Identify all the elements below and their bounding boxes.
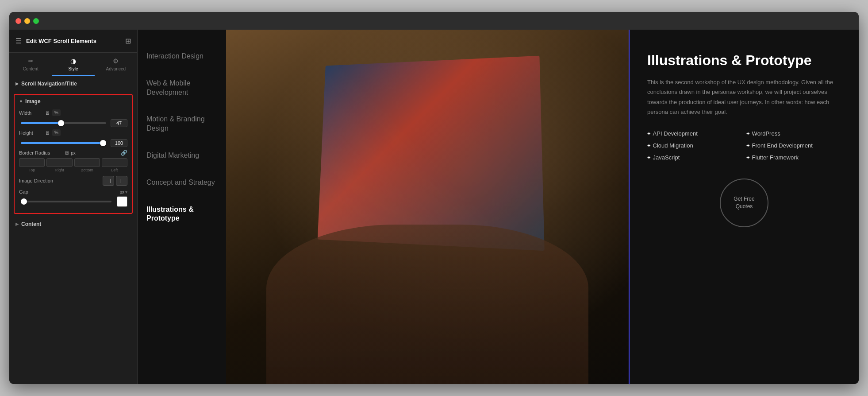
height-label: Height <box>19 130 42 136</box>
get-free-quotes-button[interactable]: Get Free Quotes <box>720 179 768 227</box>
right-panel-description: This is the second workshop of the UX de… <box>647 78 841 116</box>
direction-right-button[interactable]: ⊢ <box>116 176 127 186</box>
tab-style[interactable]: ◑ Style <box>52 53 94 76</box>
width-slider-thumb[interactable] <box>58 120 64 126</box>
br-left-wrap: Left <box>102 158 127 172</box>
nav-item-concept[interactable]: Concept and Strategy <box>146 169 217 196</box>
laptop-photo <box>226 30 629 384</box>
width-label: Width <box>19 110 42 116</box>
features-grid: + API Development + WordPress + Cloud Mi… <box>647 130 841 161</box>
direction-label: Image Direction <box>19 178 103 183</box>
br-inputs: Top Right Bottom <box>19 158 127 172</box>
main-content: Interaction Design Web & Mobile Developm… <box>138 30 859 384</box>
gap-slider-row <box>15 195 132 209</box>
gap-slider-track[interactable] <box>21 201 111 202</box>
feature-api-label: API Development <box>653 130 698 137</box>
br-bottom-input[interactable] <box>74 158 100 167</box>
br-unit: px <box>71 151 76 155</box>
image-section-header[interactable]: ▼ Image <box>15 98 132 108</box>
width-value-input[interactable] <box>111 119 127 127</box>
tab-content-label: Content <box>23 66 38 71</box>
width-slider-track[interactable] <box>21 122 106 124</box>
br-right-input[interactable] <box>46 158 72 167</box>
nav-item-interaction[interactable]: Interaction Design <box>146 43 217 70</box>
feature-plus-js: + <box>647 154 651 161</box>
close-button[interactable] <box>15 18 21 24</box>
width-monitor-icon: 🖥 <box>45 110 50 116</box>
browser-window: ☰ Edit WCF Scroll Elements ⊞ ✏ Content ◑… <box>9 12 859 384</box>
feature-api: + API Development <box>647 130 742 137</box>
gap-row: Gap px ▾ <box>15 187 132 195</box>
feature-plus-wordpress: + <box>746 130 750 137</box>
feature-cloud-label: Cloud Migration <box>653 142 693 149</box>
feature-cloud: + Cloud Migration <box>647 142 742 149</box>
br-top-label: Top <box>29 168 35 172</box>
browser-body: ☰ Edit WCF Scroll Elements ⊞ ✏ Content ◑… <box>9 30 859 384</box>
feature-wordpress-label: WordPress <box>752 130 780 137</box>
image-section: ▼ Image Width 🖥 % <box>14 94 133 214</box>
width-slider-full <box>19 119 127 127</box>
nav-item-webmobile[interactable]: Web & Mobile Development <box>146 70 217 106</box>
br-label-row: Border Radius 🖥 px 🔗 <box>19 150 127 156</box>
br-left-input[interactable] <box>102 158 127 167</box>
right-panel: Illustrations & Prototype This is the se… <box>629 30 859 384</box>
gap-slider-thumb[interactable] <box>21 198 27 205</box>
tab-advanced[interactable]: ⚙ Advanced <box>95 53 137 76</box>
feature-plus-cloud: + <box>647 142 651 149</box>
content-section-header[interactable]: ▶ Content <box>9 217 137 232</box>
advanced-tab-icon: ⚙ <box>113 57 119 65</box>
scroll-nav-section-header[interactable]: ▶ Scroll Navigation/Title <box>9 76 137 91</box>
height-value-input[interactable] <box>111 139 127 147</box>
br-link-icon[interactable]: 🔗 <box>121 150 127 156</box>
direction-buttons: ⊣ ⊢ <box>103 176 127 186</box>
cta-line1: Get Free <box>734 195 754 203</box>
height-slider-row <box>15 137 132 148</box>
tab-advanced-label: Advanced <box>106 66 126 71</box>
gap-unit: px <box>119 190 124 194</box>
width-unit-badge[interactable]: % <box>52 109 61 116</box>
br-label: Border Radius <box>19 150 64 155</box>
right-panel-title: Illustrations & Prototype <box>647 52 841 69</box>
border-radius-row: Border Radius 🖥 px 🔗 Top <box>15 148 132 174</box>
hands-area <box>266 225 588 384</box>
minimize-button[interactable] <box>24 18 30 24</box>
height-slider-full <box>19 139 127 147</box>
gap-color-box[interactable] <box>117 196 127 207</box>
content-tab-icon: ✏ <box>28 57 34 65</box>
br-left-label: Left <box>111 168 118 172</box>
nav-item-illustrations[interactable]: Illustrations & Prototype <box>146 196 217 233</box>
height-slider-track[interactable] <box>21 142 106 144</box>
gap-arrow-icon: ▾ <box>125 190 127 194</box>
direction-left-button[interactable]: ⊣ <box>103 176 114 186</box>
laptop-photo-inner <box>226 30 629 384</box>
content-section-label: Content <box>21 221 41 227</box>
br-bottom-wrap: Bottom <box>74 158 100 172</box>
feature-wordpress: + WordPress <box>746 130 841 137</box>
nav-item-motion[interactable]: Motion & Branding Design <box>146 106 217 142</box>
laptop-screen-simulation <box>318 56 544 251</box>
scroll-nav-label: Scroll Navigation/Title <box>21 81 77 87</box>
height-control-row: Height 🖥 % <box>15 128 132 137</box>
tab-content[interactable]: ✏ Content <box>9 53 52 76</box>
width-slider-row <box>15 117 132 128</box>
grid-icon[interactable]: ⊞ <box>125 37 131 45</box>
browser-titlebar <box>9 12 859 30</box>
hamburger-icon[interactable]: ☰ <box>15 37 22 45</box>
feature-frontend-label: Front End Development <box>752 142 813 149</box>
br-top-input[interactable] <box>19 158 45 167</box>
feature-flutter: + Flutter Framework <box>746 154 841 161</box>
cta-line2: Quotes <box>736 203 753 210</box>
height-unit-badge[interactable]: % <box>52 129 61 136</box>
maximize-button[interactable] <box>33 18 39 24</box>
nav-panel: Interaction Design Web & Mobile Developm… <box>138 30 226 384</box>
br-top-wrap: Top <box>19 158 45 172</box>
tab-style-label: Style <box>68 66 78 71</box>
image-section-arrow: ▼ <box>19 99 23 104</box>
height-slider-thumb[interactable] <box>100 140 106 146</box>
content-section-arrow: ▶ <box>15 222 19 226</box>
nav-item-digital[interactable]: Digital Marketing <box>146 142 217 169</box>
direction-row: Image Direction ⊣ ⊢ <box>15 174 132 187</box>
traffic-lights <box>15 18 39 24</box>
feature-plus-flutter: + <box>746 154 750 161</box>
feature-js-label: JavaScript <box>653 154 680 161</box>
